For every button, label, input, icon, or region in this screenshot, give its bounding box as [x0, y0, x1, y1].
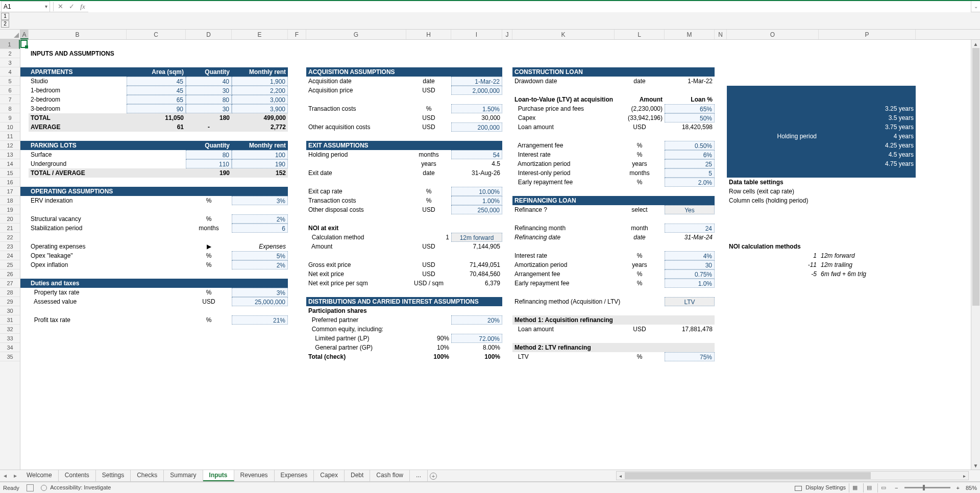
sheet-tab-...[interactable]: ...	[410, 470, 428, 481]
cell-E18[interactable]: 3%	[232, 196, 288, 205]
cell-K34[interactable]: Method 2: LTV refinancing	[512, 343, 715, 352]
cell-E29[interactable]: 25,000,000	[232, 297, 288, 306]
sheet-tab-inputs[interactable]: Inputs	[203, 470, 234, 481]
cell-G5[interactable]: Acquisition date	[306, 77, 406, 86]
row-header-13[interactable]: 13	[0, 150, 20, 159]
cell-I33[interactable]: 72.00%	[451, 334, 502, 343]
cell-G30[interactable]: Participation shares	[306, 306, 406, 315]
cell-D5[interactable]: 40	[186, 77, 232, 86]
horizontal-scrollbar[interactable]: ◂ ▸	[616, 471, 969, 480]
row-header-35[interactable]: 35	[0, 352, 20, 361]
cell-M7[interactable]: Loan %	[665, 95, 715, 104]
fx-icon[interactable]: fx	[77, 1, 88, 12]
cell-L22[interactable]: date	[615, 233, 665, 242]
cell-G8[interactable]: Transaction costs	[306, 104, 406, 113]
cell-D20[interactable]: %	[186, 214, 232, 224]
cell-B12[interactable]: PARKING LOTS	[29, 141, 127, 150]
cell-A27[interactable]	[20, 279, 29, 288]
cell-C12[interactable]	[127, 141, 186, 150]
cell-M29[interactable]: LTV	[665, 297, 715, 306]
hscroll-left-icon[interactable]: ◂	[617, 472, 625, 480]
cell-O15[interactable]	[727, 168, 819, 178]
column-header-H[interactable]: H	[406, 30, 451, 39]
cell-B20[interactable]: Structural vacancy	[29, 214, 127, 224]
cell-D18[interactable]: %	[186, 196, 232, 205]
sheet-tab-welcome[interactable]: Welcome	[20, 470, 59, 481]
cell-G31[interactable]: Preferred partner	[306, 315, 406, 325]
cell-G29[interactable]: DISTRIBUTIONS AND CARRIED INTEREST ASSUM…	[306, 297, 502, 306]
row-header-17[interactable]: 17	[0, 187, 20, 196]
cell-B25[interactable]: Opex inflation	[29, 260, 127, 269]
cell-E24[interactable]: 5%	[232, 251, 288, 260]
row-header-5[interactable]: 5	[0, 77, 20, 86]
cell-M8[interactable]: 65%	[665, 104, 715, 113]
row-header-6[interactable]: 6	[0, 86, 20, 95]
cell-M25[interactable]: 30	[665, 260, 715, 269]
cell-G23[interactable]: Amount	[306, 242, 406, 251]
cell-O23[interactable]: NOI calculation methods	[727, 242, 819, 251]
column-header-D[interactable]: D	[186, 30, 232, 39]
cell-H34[interactable]: 10%	[406, 343, 451, 352]
cell-B5[interactable]: Studio	[29, 77, 127, 86]
cell-I14[interactable]: 4.5	[451, 159, 502, 168]
cell-K32[interactable]: Loan amount	[512, 325, 615, 334]
cell-P9[interactable]: 3.5 years	[819, 113, 916, 122]
cell-E8[interactable]: 3,900	[232, 104, 288, 113]
cell-L7[interactable]: Amount	[615, 95, 665, 104]
cell-B9[interactable]: TOTAL	[29, 113, 127, 122]
cell-O13[interactable]	[727, 150, 819, 159]
cell-L21[interactable]: month	[615, 224, 665, 233]
cell-K16[interactable]: Early repayment fee	[512, 178, 615, 187]
cell-D9[interactable]: 180	[186, 113, 232, 122]
cell-I5[interactable]: 1-Mar-22	[451, 77, 502, 86]
cell-L27[interactable]: %	[615, 279, 665, 288]
cell-G26[interactable]: Net exit price	[306, 269, 406, 279]
cell-O16[interactable]: Data table settings	[727, 178, 819, 187]
cell-D8[interactable]: 30	[186, 104, 232, 113]
cell-K19[interactable]: Refinance ?	[512, 205, 615, 214]
cell-D29[interactable]: USD	[186, 297, 232, 306]
cell-H13[interactable]: months	[406, 150, 451, 159]
cell-M14[interactable]: 25	[665, 159, 715, 168]
sheet-tab-revenues[interactable]: Revenues	[234, 470, 275, 481]
row-header-12[interactable]: 12	[0, 141, 20, 150]
sheet-tab-checks[interactable]: Checks	[131, 470, 164, 481]
scroll-down-icon[interactable]: ▼	[972, 461, 980, 470]
cell-L9[interactable]: (33,942,196)	[615, 113, 665, 122]
cell-G21[interactable]: NOI at exit	[306, 224, 406, 233]
cell-P25[interactable]: 12m trailing	[819, 260, 916, 269]
sheet-tab-contents[interactable]: Contents	[59, 470, 96, 481]
row-header-15[interactable]: 15	[0, 168, 20, 178]
cell-O8[interactable]	[727, 104, 819, 113]
column-header-K[interactable]: K	[512, 30, 615, 39]
cell-H15[interactable]: date	[406, 168, 451, 178]
cell-B29[interactable]: Assessed value	[29, 297, 127, 306]
cell-E7[interactable]: 3,000	[232, 95, 288, 104]
cell-E12[interactable]: Monthly rent	[232, 141, 288, 150]
cell-D23[interactable]: ▶	[186, 242, 232, 251]
tab-nav-prev[interactable]: ◂	[0, 472, 10, 479]
cell-L10[interactable]: USD	[615, 122, 665, 132]
cell-K10[interactable]: Loan amount	[512, 122, 615, 132]
cell-L13[interactable]: %	[615, 150, 665, 159]
cell-H27[interactable]: USD / sqm	[406, 279, 451, 288]
cell-M27[interactable]: 1.0%	[665, 279, 715, 288]
cell-G10[interactable]: Other acquisition costs	[306, 122, 406, 132]
cell-E25[interactable]: 2%	[232, 260, 288, 269]
cell-H25[interactable]: USD	[406, 260, 451, 269]
cell-H19[interactable]: USD	[406, 205, 451, 214]
cell-D13[interactable]: 80	[186, 150, 232, 159]
zoom-level[interactable]: 85%	[966, 485, 977, 491]
cell-I8[interactable]: 1.50%	[451, 104, 502, 113]
cell-C4[interactable]: Area (sqm)	[127, 67, 186, 77]
cell-E13[interactable]: 100	[232, 150, 288, 159]
row-header-31[interactable]: 31	[0, 315, 20, 325]
cell-H10[interactable]: USD	[406, 122, 451, 132]
row-header-19[interactable]: 19	[0, 205, 20, 214]
cell-K7[interactable]: Loan-to-Value (LTV) at acquisition	[512, 95, 615, 104]
cell-E10[interactable]: 2,772	[232, 122, 288, 132]
row-header-20[interactable]: 20	[0, 214, 20, 224]
cell-D4[interactable]: Quantity	[186, 67, 232, 77]
cell-H17[interactable]: %	[406, 187, 451, 196]
cell-M10[interactable]: 18,420,598	[665, 122, 715, 132]
